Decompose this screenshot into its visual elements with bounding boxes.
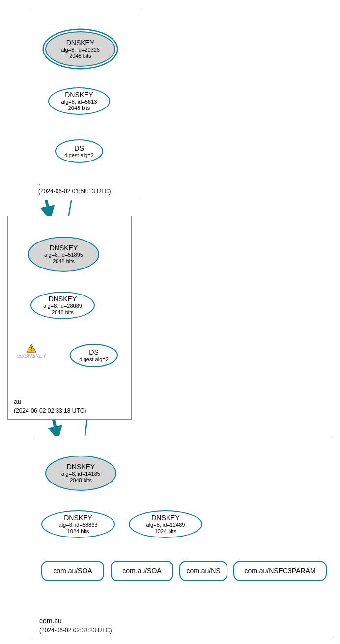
au-ksk: DNSKEY alg=8, id=51895 2048 bits [28, 237, 99, 272]
node-bits: 2048 bits [69, 53, 91, 59]
rrset-label: com.au/SOA [122, 567, 161, 575]
au-dnskey-warning: au/DNSKEY [12, 344, 51, 359]
dnssec-graph: . (2024-06-02 01:58:13 UTC) au (2024-06-… [0, 0, 340, 644]
zone-comau-date: (2024-06-02 02:33:23 UTC) [39, 627, 112, 634]
comau-ksk: DNSKEY alg=8, id=14185 2048 bits [45, 456, 116, 491]
node-alg: digest alg=2 [64, 152, 94, 159]
node-title: DNSKEY [66, 39, 95, 47]
node-alg: alg=8, id=20326 [61, 47, 100, 53]
node-alg: digest alg=2 [79, 356, 109, 363]
rrset-label: com.au/NSEC3PARAM [244, 567, 315, 575]
node-bits: 2048 bits [53, 258, 75, 265]
zone-root-name: . [38, 178, 40, 186]
zone-root-date: (2024-06-02 01:58:13 UTC) [38, 188, 111, 195]
svg-rect-14 [31, 347, 32, 349]
node-title: DNSKEY [151, 514, 180, 522]
svg-line-3 [46, 200, 49, 215]
root-ksk: DNSKEY alg=8, id=20326 2048 bits [45, 31, 115, 67]
node-alg: alg=8, id=14185 [61, 471, 100, 477]
node-alg: alg=8, id=51895 [44, 252, 83, 258]
node-title: DNSKEY [64, 514, 92, 522]
node-alg: alg=8, id=12489 [146, 522, 185, 528]
comau-zsk-12489: DNSKEY alg=8, id=12489 1024 bits [129, 510, 202, 538]
rrset-soa-2: com.au/SOA [111, 561, 173, 581]
node-bits: 2048 bits [68, 105, 90, 111]
rrset-label: com.au/SOA [53, 567, 92, 575]
rrset-ns: com.au/NS [179, 561, 227, 581]
node-title: DNSKEY [67, 463, 95, 471]
node-title: DS [89, 349, 98, 356]
node-title: DNSKEY [65, 91, 93, 99]
node-bits: 2048 bits [70, 477, 92, 483]
rrset-nsec3param: com.au/NSEC3PARAM [233, 561, 327, 581]
zone-au-name: au [14, 398, 22, 405]
node-alg: alg=8, id=28089 [43, 303, 82, 309]
svg-line-7 [54, 420, 57, 435]
warning-label: au/DNSKEY [17, 353, 47, 359]
zone-au-date: (2024-06-02 02:33:18 UTC) [14, 407, 86, 414]
node-alg: alg=8, id=5613 [61, 99, 97, 105]
svg-rect-15 [31, 350, 32, 351]
zone-comau-name: com.au [39, 617, 62, 625]
node-title: DS [74, 144, 84, 152]
node-bits: 1024 bits [155, 528, 177, 535]
node-title: DNSKEY [50, 244, 78, 252]
rrset-label: com.au/NS [186, 567, 220, 575]
node-title: DNSKEY [49, 295, 77, 303]
warning-icon [26, 344, 37, 353]
node-bits: 2048 bits [52, 309, 74, 316]
comau-zsk-58863: DNSKEY alg=8, id=58863 1024 bits [41, 510, 115, 538]
node-bits: 1024 bits [67, 528, 89, 535]
rrset-soa-1: com.au/SOA [41, 561, 104, 581]
root-ds: DS digest alg=2 [55, 139, 103, 163]
au-zsk: DNSKEY alg=8, id=28089 2048 bits [30, 292, 95, 319]
au-ds: DS digest alg=2 [70, 344, 118, 367]
root-zsk: DNSKEY alg=8, id=5613 2048 bits [48, 87, 110, 115]
node-alg: alg=8, id=58863 [59, 522, 98, 528]
